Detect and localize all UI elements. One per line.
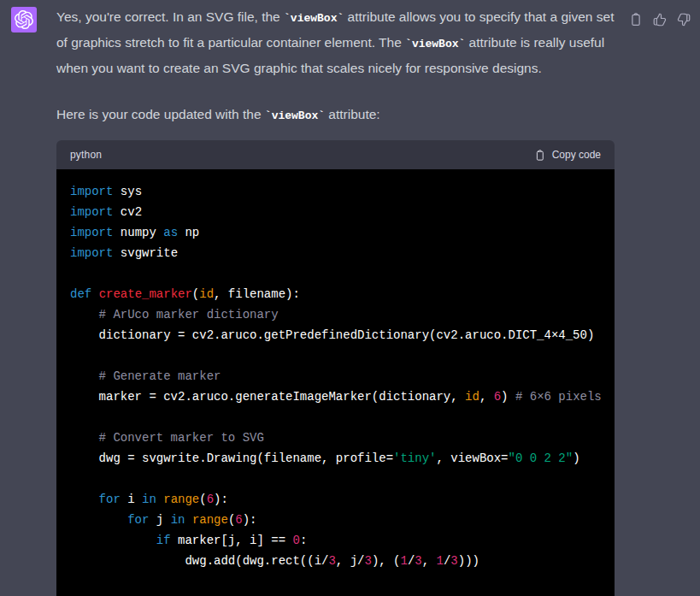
copy-message-button[interactable] [628, 12, 644, 27]
code-line [70, 469, 601, 489]
code-line: import numpy as np [70, 222, 601, 243]
message-paragraph: Yes, you're correct. In an SVG file, the… [56, 5, 615, 80]
code-block-header: python Copy code [56, 140, 615, 169]
code-line: import svgwrite [70, 243, 601, 263]
clipboard-icon [533, 149, 546, 162]
chatgpt-avatar [11, 7, 37, 32]
code-line: dwg.add(dwg.rect((i/3, j/3), (1/3, 1/3))… [70, 551, 601, 571]
code-line [70, 263, 601, 284]
code-line: import sys [70, 181, 601, 202]
message-actions [628, 12, 691, 27]
code-block: python Copy code import sysimport cv2imp… [56, 140, 615, 596]
openai-logo-icon [15, 10, 33, 29]
code-content: import sysimport cv2import numpy as npim… [56, 169, 615, 596]
assistant-message: Yes, you're correct. In an SVG file, the… [0, 0, 700, 596]
inline-code: `viewBox` [284, 12, 344, 25]
copy-code-label: Copy code [552, 149, 601, 161]
copy-code-button[interactable]: Copy code [533, 149, 601, 162]
code-line [70, 571, 601, 592]
inline-code: `viewBox` [405, 38, 465, 50]
code-line: dwg = svgwrite.Drawing(filename, profile… [70, 448, 601, 469]
code-line: marker = cv2.aruco.generateImageMarker(d… [70, 387, 601, 407]
message-content: Yes, you're correct. In an SVG file, the… [56, 5, 615, 596]
thumbs-up-button[interactable] [652, 12, 668, 27]
code-line: for i in range(6): [70, 489, 601, 510]
thumbs-up-icon [652, 12, 668, 27]
code-line: if marker[j, i] == 0: [70, 530, 601, 551]
clipboard-icon [628, 12, 644, 27]
thumbs-down-button[interactable] [676, 12, 691, 27]
code-language-label: python [70, 143, 102, 167]
code-line: # Generate marker [70, 366, 601, 387]
message-paragraph: Here is your code updated with the `view… [56, 103, 615, 128]
code-line: # Save SVG [70, 592, 601, 596]
code-line: for j in range(6): [70, 510, 601, 530]
code-line [70, 407, 601, 428]
code-line: # Convert marker to SVG [70, 428, 601, 448]
code-line: def create_marker(id, filename): [70, 284, 601, 304]
code-line: # ArUco marker dictionary [70, 304, 601, 325]
code-line: import cv2 [70, 202, 601, 222]
thumbs-down-icon [676, 12, 691, 27]
code-line [70, 345, 601, 366]
code-line: dictionary = cv2.aruco.getPredefinedDict… [70, 325, 601, 345]
inline-code: `viewBox` [265, 109, 325, 122]
